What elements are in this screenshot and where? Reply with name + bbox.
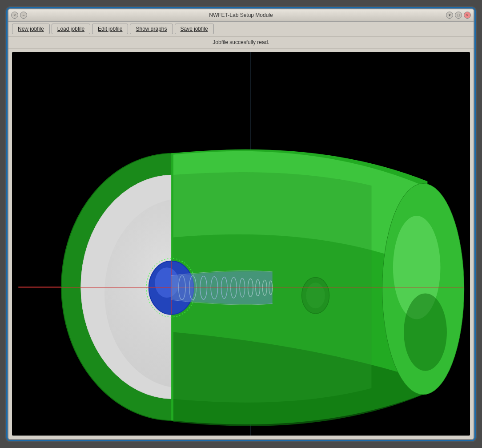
menu-bar: New jobfile Load jobfile Edit jobfile Sh… [8,22,474,37]
window-title: NWFET-Lab Setup Module [209,12,273,18]
new-jobfile-button[interactable]: New jobfile [12,24,50,34]
status-message: Jobfile succesfully read. [213,39,269,45]
svg-point-8 [404,293,447,371]
window-menu-button[interactable]: ▾ [446,12,453,19]
3d-scene [12,52,470,436]
edit-jobfile-button[interactable]: Edit jobfile [92,24,128,34]
minimize-button[interactable]: − [20,12,27,19]
title-bar: × − NWFET-Lab Setup Module ▾ □ × [8,9,474,22]
title-bar-controls: × − [11,12,27,19]
resize-button[interactable]: □ [455,12,462,19]
status-bar: Jobfile succesfully read. [8,37,474,48]
save-jobfile-button[interactable]: Save jobfile [175,24,214,34]
main-window: × − NWFET-Lab Setup Module ▾ □ × New job… [8,8,474,440]
show-graphs-button[interactable]: Show graphs [130,24,173,34]
load-jobfile-button[interactable]: Load jobfile [52,24,90,34]
window-close-button[interactable]: × [464,12,471,19]
close-button[interactable]: × [11,12,18,19]
3d-viewport[interactable] [12,52,470,436]
title-bar-right: ▾ □ × [446,12,471,19]
